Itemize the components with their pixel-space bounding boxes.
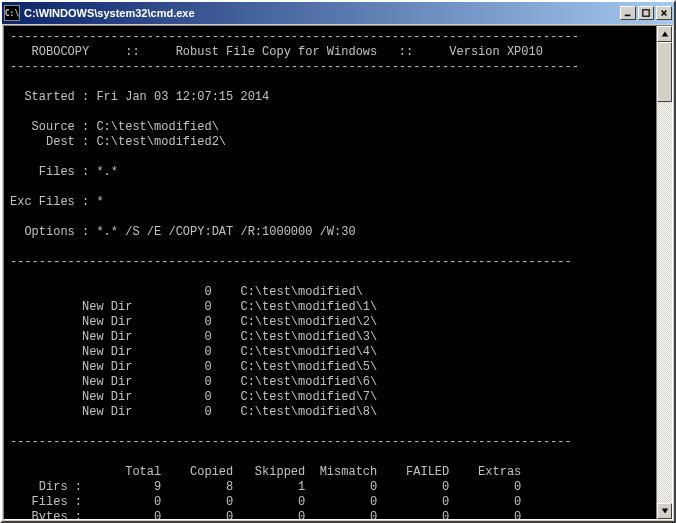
scroll-track[interactable]: [657, 42, 672, 503]
scroll-thumb[interactable]: [657, 42, 672, 102]
client-area: ----------------------------------------…: [3, 25, 673, 520]
minimize-button[interactable]: [620, 6, 636, 20]
app-icon-glyph: C:\: [5, 9, 19, 18]
svg-rect-0: [625, 15, 631, 17]
titlebar-buttons: [620, 6, 672, 20]
vertical-scrollbar[interactable]: [656, 26, 672, 519]
maximize-button[interactable]: [638, 6, 654, 20]
window-title: C:\WINDOWS\system32\cmd.exe: [24, 7, 620, 19]
close-button[interactable]: [656, 6, 672, 20]
svg-rect-1: [643, 10, 649, 16]
console-output[interactable]: ----------------------------------------…: [4, 26, 656, 519]
scroll-up-button[interactable]: [657, 26, 672, 42]
scroll-down-button[interactable]: [657, 503, 672, 519]
app-icon: C:\: [4, 5, 20, 21]
titlebar[interactable]: C:\ C:\WINDOWS\system32\cmd.exe: [2, 2, 674, 24]
cmd-window: C:\ C:\WINDOWS\system32\cmd.exe --------…: [0, 0, 676, 523]
